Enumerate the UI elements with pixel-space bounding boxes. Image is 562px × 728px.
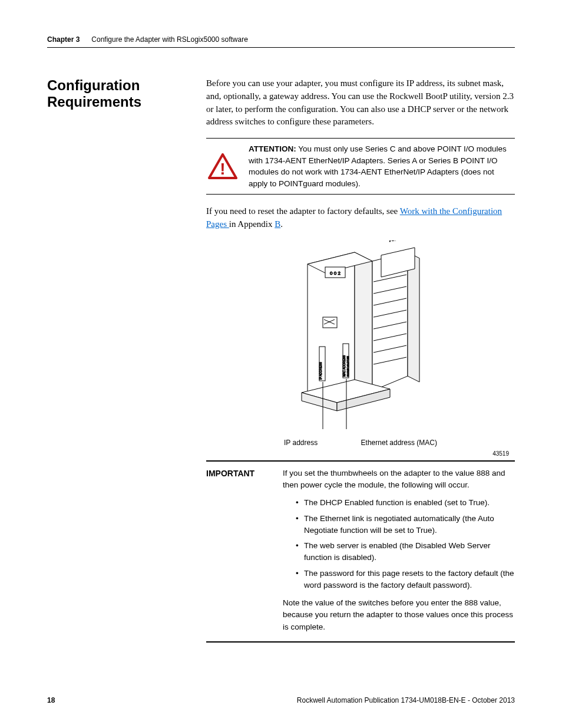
figure-label-ip: IP address bbox=[284, 439, 318, 447]
list-item: The password for this page resets to the… bbox=[304, 568, 515, 592]
figure-labels: IP address Ethernet address (MAC) bbox=[284, 439, 437, 447]
figure-label-mac: Ethernet address (MAC) bbox=[361, 439, 437, 447]
figure-ref-number: 43519 bbox=[492, 450, 509, 457]
left-column: Configuration Requirements bbox=[47, 77, 183, 643]
svg-rect-7 bbox=[323, 317, 337, 328]
right-column: Before you can use your adapter, you mus… bbox=[206, 77, 515, 643]
important-note: Note the value of the switches before yo… bbox=[283, 597, 515, 633]
reset-text-post: . bbox=[280, 219, 283, 229]
page-number: 18 bbox=[47, 696, 55, 704]
important-callout: IMPORTANT If you set the thumbwheels on … bbox=[206, 460, 515, 643]
section-heading: Configuration Requirements bbox=[47, 77, 183, 110]
list-item: The DHCP Enabled function is enabled (se… bbox=[304, 497, 515, 509]
svg-text:!: ! bbox=[220, 160, 225, 178]
list-item: The web server is enabled (the Disabled … bbox=[304, 540, 515, 564]
intro-paragraph: Before you can use your adapter, you mus… bbox=[206, 77, 515, 129]
important-intro: If you set the thumbwheels on the adapte… bbox=[283, 467, 515, 492]
chapter-label: Chapter 3 bbox=[47, 35, 80, 44]
svg-text:0 0 2: 0 0 2 bbox=[330, 271, 340, 276]
content-columns: Configuration Requirements Before you ca… bbox=[47, 77, 515, 643]
svg-text:IP ADDRESS: IP ADDRESS bbox=[319, 361, 322, 380]
attention-callout: ! ATTENTION: You must only use Series C … bbox=[206, 138, 515, 195]
publication-info: Rockwell Automation Publication 1734-UM0… bbox=[297, 696, 515, 704]
reset-paragraph: If you need to reset the adapter to fact… bbox=[206, 205, 515, 231]
link-appendix-b[interactable]: B bbox=[275, 219, 280, 229]
adapter-illustration: 0 0 2 IP ADDRESS MAC ADDRESS 00:00:BC:21… bbox=[284, 241, 437, 435]
svg-text:MAC ADDRESS: MAC ADDRESS bbox=[342, 355, 346, 377]
important-body: If you set the thumbwheels on the adapte… bbox=[283, 467, 515, 633]
list-item: The Ethernet link is negotiated automati… bbox=[304, 513, 515, 537]
attention-label: ATTENTION: bbox=[249, 144, 296, 153]
page-header: Chapter 3 Configure the Adapter with RSL… bbox=[47, 35, 515, 48]
svg-text:00:00:BC:21:D7:BE: 00:00:BC:21:D7:BE bbox=[346, 356, 349, 377]
adapter-figure: 0 0 2 IP ADDRESS MAC ADDRESS 00:00:BC:21… bbox=[206, 241, 515, 457]
important-list: The DHCP Enabled function is enabled (se… bbox=[283, 497, 515, 591]
warning-icon: ! bbox=[206, 143, 239, 189]
important-label: IMPORTANT bbox=[206, 467, 271, 633]
svg-marker-3 bbox=[355, 252, 372, 391]
reset-text-mid: in Appendix bbox=[229, 219, 275, 229]
page-footer: 18 Rockwell Automation Publication 1734-… bbox=[47, 696, 515, 704]
reset-text-pre: If you need to reset the adapter to fact… bbox=[206, 206, 400, 216]
chapter-title: Configure the Adapter with RSLogix5000 s… bbox=[91, 35, 248, 44]
page: Chapter 3 Configure the Adapter with RSL… bbox=[0, 0, 562, 728]
svg-marker-16 bbox=[408, 252, 419, 382]
attention-body: ATTENTION: You must only use Series C an… bbox=[249, 143, 515, 189]
svg-text:POINT I/O: POINT I/O bbox=[389, 241, 406, 242]
